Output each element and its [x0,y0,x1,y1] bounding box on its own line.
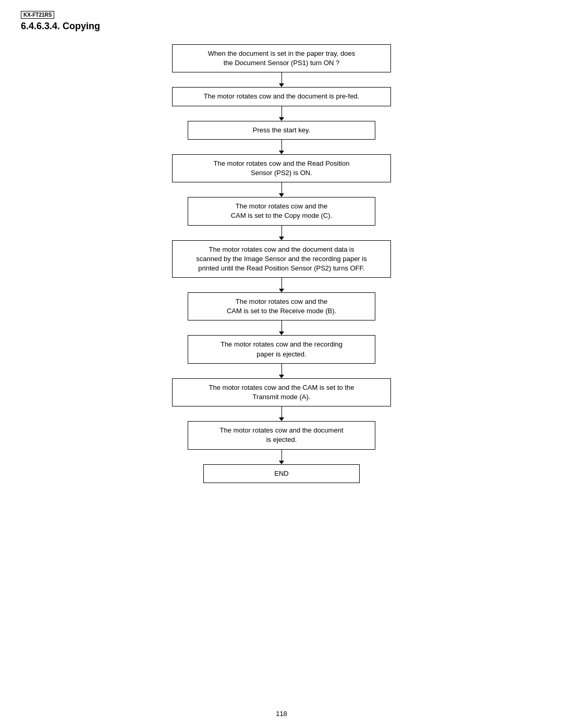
arrow-9 [279,406,284,421]
flowchart-node-5: The motor rotates cow and the CAM is set… [188,197,375,225]
flowchart-node-4: The motor rotates cow and the Read Posit… [172,154,391,182]
flowchart: When the document is set in the paper tr… [21,44,542,483]
flowchart-node-7: The motor rotates cow and the CAM is set… [188,292,375,320]
flowchart-node-6: The motor rotates cow and the document d… [172,240,391,278]
arrow-3 [279,140,284,154]
model-badge: KX-FT21RS [21,11,54,19]
flowchart-node-end: END [203,464,360,483]
section-title: 6.4.6.3.4. Copying [21,21,542,32]
arrow-7 [279,320,284,335]
arrow-10 [279,450,284,464]
flowchart-node-9: The motor rotates cow and the CAM is set… [172,378,391,406]
arrow-1 [279,72,284,87]
flowchart-node-8: The motor rotates cow and the recording … [188,335,375,363]
arrow-6 [279,278,284,292]
arrow-2 [279,106,284,121]
arrow-8 [279,364,284,378]
arrow-5 [279,226,284,240]
flowchart-node-10: The motor rotates cow and the document i… [188,421,375,449]
page: KX-FT21RS 6.4.6.3.4. Copying When the do… [0,0,563,728]
flowchart-node-1: When the document is set in the paper tr… [172,44,391,72]
flowchart-node-2: The motor rotates cow and the document i… [172,87,391,106]
arrow-4 [279,182,284,197]
flowchart-node-3: Press the start key. [188,121,375,140]
page-number: 118 [276,710,287,718]
